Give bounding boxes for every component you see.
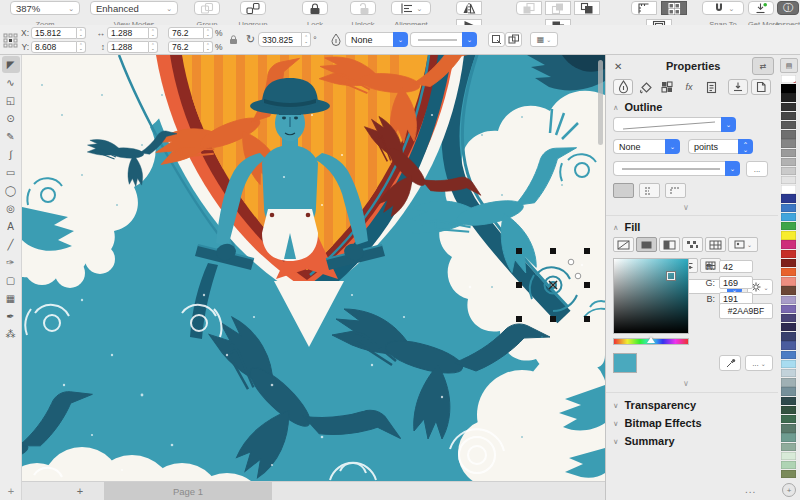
section-bitmap-effects[interactable]: ∨ Bitmap Effects [613, 417, 702, 429]
palette-swatch[interactable] [781, 286, 796, 294]
ungroup-button[interactable] [240, 1, 266, 15]
fill-color-square[interactable] [613, 258, 689, 334]
view-modes-dropdown[interactable]: Enhanced ⌄ [90, 1, 178, 15]
tool-shape[interactable]: ∿ [2, 74, 20, 91]
rotation-stepper[interactable]: ⌃⌄ [302, 32, 311, 47]
palette-swatch[interactable] [781, 305, 796, 313]
palette-swatch[interactable] [781, 433, 796, 441]
palette-swatch[interactable] [781, 443, 796, 451]
fill-more-options-button[interactable]: ... ⌄ [745, 355, 773, 371]
outline-width-dropdown[interactable]: None ⌄ [345, 32, 408, 47]
tool-rectangle[interactable]: ▭ [2, 164, 20, 181]
palette-swatch[interactable] [781, 222, 796, 230]
tab-effects[interactable]: fx [679, 79, 699, 95]
group-button[interactable] [194, 1, 220, 15]
palette-swatch[interactable] [781, 176, 796, 184]
fill-collapse-chevron[interactable]: ∨ [606, 379, 766, 388]
pattern-fill-button[interactable] [682, 237, 703, 252]
lock-button[interactable] [302, 1, 328, 15]
palette-swatch[interactable] [781, 213, 796, 221]
width-field[interactable]: 1.288 [107, 27, 149, 39]
palette-swatch[interactable] [781, 369, 796, 377]
palette-swatch[interactable] [781, 378, 796, 386]
g-field[interactable]: 169 [719, 276, 753, 289]
fill-more-dropdown[interactable]: ⌄ [728, 237, 758, 252]
canvas[interactable] [22, 55, 605, 481]
hue-strip[interactable] [613, 338, 689, 345]
scale-x-field[interactable]: 76.2 [168, 27, 204, 39]
section-summary[interactable]: ∨ Summary [613, 435, 675, 447]
add-page-button[interactable]: + [70, 483, 90, 500]
no-fill-button[interactable] [613, 237, 634, 252]
section-transparency[interactable]: ∨ Transparency [613, 399, 696, 411]
tool-interactive-fill[interactable]: ⁂ [2, 326, 20, 343]
curve-node[interactable] [568, 259, 574, 265]
height-stepper[interactable]: ⌃⌄ [149, 41, 158, 53]
current-color-swatch[interactable] [613, 353, 637, 373]
palette-add-button[interactable]: + [782, 483, 796, 497]
outline-collapse-chevron[interactable]: ∨ [606, 203, 766, 212]
page-tab[interactable]: Page 1 [104, 482, 272, 500]
snap-to-dropdown[interactable]: ⌄ [702, 1, 744, 15]
y-field[interactable]: 8.608 [31, 41, 77, 53]
line-cap-style-button[interactable] [639, 183, 660, 198]
tool-ellipse[interactable]: ◯ [2, 182, 20, 199]
outline-preset-dropdown[interactable]: ⌄ [613, 117, 736, 132]
tool-pick[interactable]: ◤ [2, 56, 20, 73]
tool-outline[interactable]: ▢ [2, 272, 20, 289]
r-field[interactable]: 42 [719, 260, 753, 273]
tab-transparency[interactable] [657, 79, 677, 95]
palette-swatch[interactable] [781, 103, 796, 111]
send-backward-button[interactable] [545, 1, 571, 15]
palette-swatch[interactable] [781, 332, 796, 340]
palette-swatch[interactable] [781, 387, 796, 395]
palette-swatch[interactable] [781, 121, 796, 129]
tool-line[interactable]: ╱ [2, 236, 20, 253]
scale-y-stepper[interactable]: ⌃⌄ [204, 41, 213, 53]
palette-swatch[interactable] [781, 424, 796, 432]
palette-swatch[interactable] [781, 250, 796, 258]
palette-swatch[interactable] [781, 185, 796, 193]
copy-properties-button[interactable] [505, 32, 522, 47]
rotation-field[interactable]: 330.825 [258, 32, 302, 47]
toolbox-add-button[interactable]: + [0, 485, 22, 497]
palette-swatch[interactable] [781, 415, 796, 423]
tool-crop[interactable]: ◱ [2, 92, 20, 109]
palette-swatch[interactable] [781, 75, 796, 83]
palette-swatch[interactable] [781, 112, 796, 120]
palette-swatch[interactable] [781, 314, 796, 322]
tab-fill[interactable] [635, 79, 655, 95]
palette-swatch[interactable] [781, 452, 796, 460]
hue-marker[interactable] [647, 337, 655, 343]
height-field[interactable]: 1.288 [107, 41, 149, 53]
scale-y-field[interactable]: 76.2 [168, 41, 204, 53]
palette-swatch[interactable] [781, 351, 796, 359]
tool-eyedropper[interactable]: ✒ [2, 308, 20, 325]
tool-transparency[interactable]: ▦ [2, 290, 20, 307]
palette-swatch[interactable] [781, 240, 796, 248]
export-button[interactable] [728, 79, 748, 95]
get-more-button[interactable] [748, 1, 774, 15]
hex-field[interactable]: #2AA9BF [719, 303, 773, 319]
palette-swatch[interactable] [781, 277, 796, 285]
page-setup-button[interactable] [751, 79, 771, 95]
width-stepper[interactable]: ⌃⌄ [149, 27, 158, 39]
line-cap-swatch-button[interactable] [613, 183, 634, 198]
tool-zoom[interactable]: ⊙ [2, 110, 20, 127]
fountain-fill-button[interactable] [659, 237, 680, 252]
inspectors-button[interactable]: ⓘ [777, 1, 799, 15]
palette-swatch[interactable] [781, 470, 796, 478]
panel-overflow-button[interactable]: ... [745, 484, 756, 495]
unlock-button[interactable] [350, 1, 376, 15]
palette-swatch[interactable] [781, 93, 796, 101]
corner-style-button[interactable] [665, 183, 686, 198]
outline-section-header[interactable]: ∧ Outline [613, 101, 662, 113]
tool-bezier[interactable]: ∫ [2, 146, 20, 163]
position-size-button[interactable] [488, 32, 505, 47]
outline-width-dropdown-panel[interactable]: None ⌄ [613, 139, 680, 154]
palette-swatch[interactable] [781, 268, 796, 276]
palette-swatch[interactable] [781, 296, 796, 304]
more-options-dropdown[interactable]: ▦ ⌄ [530, 32, 558, 47]
palette-swatch[interactable] [781, 194, 796, 202]
scale-x-stepper[interactable]: ⌃⌄ [204, 27, 213, 39]
